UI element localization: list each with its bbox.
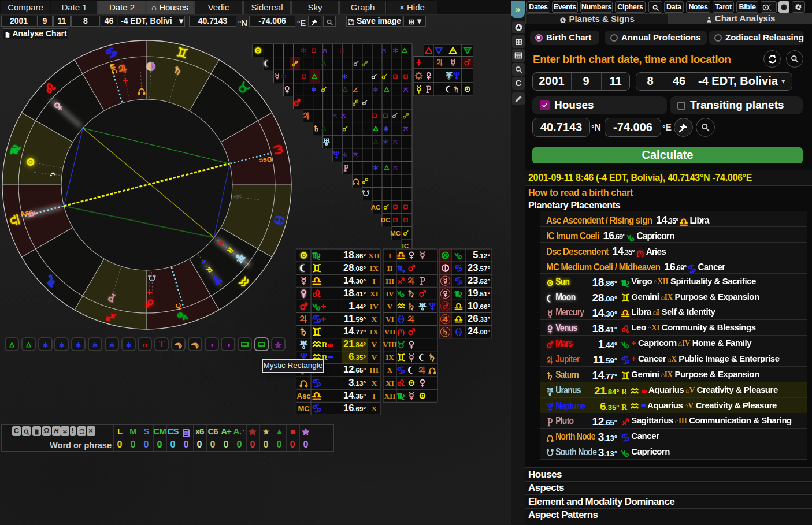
svg-text:DC: DC	[381, 217, 391, 224]
svg-text:XII: XII	[384, 392, 396, 400]
svg-text:VIII: VIII	[383, 340, 397, 349]
svg-text:MC: MC	[390, 230, 401, 237]
svg-text:XII: XII	[368, 251, 380, 260]
svg-text:IV: IV	[370, 302, 379, 311]
svg-text:VII: VII	[384, 327, 396, 336]
svg-text:IX: IX	[370, 327, 379, 336]
svg-text:I: I	[373, 277, 376, 285]
svg-text:R: R	[322, 340, 328, 349]
svg-text:X: X	[371, 379, 377, 388]
svg-text:XI: XI	[370, 289, 379, 298]
svg-text:II: II	[387, 264, 392, 273]
svg-text:III: III	[385, 277, 394, 285]
svg-text:AC: AC	[371, 204, 381, 211]
svg-text:V: V	[371, 353, 377, 362]
svg-text:IX: IX	[370, 264, 379, 273]
svg-text:I: I	[373, 392, 376, 400]
svg-text:X: X	[387, 366, 393, 374]
svg-text:MC: MC	[298, 404, 310, 413]
svg-text:X: X	[371, 404, 377, 413]
svg-text:I: I	[388, 251, 391, 260]
svg-text:IV: IV	[385, 289, 394, 298]
svg-text:Asc: Asc	[297, 392, 311, 400]
svg-text:III: III	[369, 366, 379, 374]
svg-text:VI: VI	[385, 315, 394, 323]
svg-text:V: V	[387, 302, 393, 311]
svg-text:IX: IX	[385, 353, 394, 362]
svg-text:XI: XI	[385, 379, 394, 388]
svg-text:V: V	[371, 340, 377, 349]
svg-text:X: X	[371, 315, 377, 323]
